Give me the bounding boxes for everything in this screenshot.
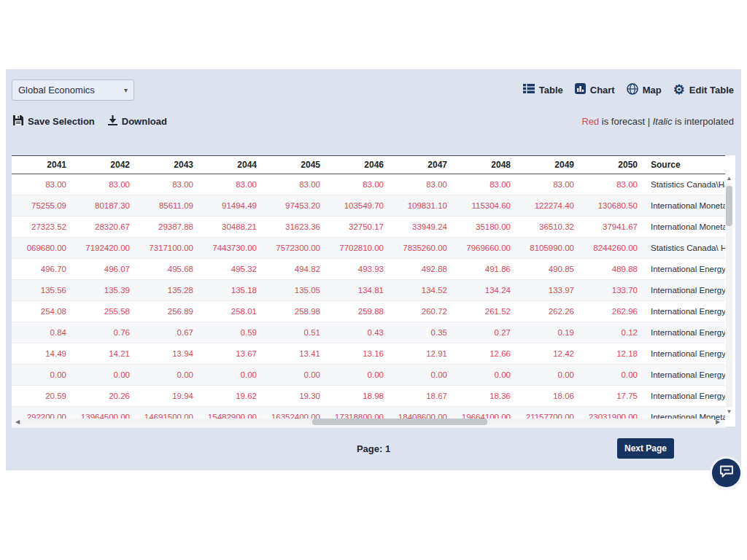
table-cell: 31623.36	[266, 217, 329, 238]
table-row: 135.56135.39135.28135.18135.05134.81134.…	[12, 280, 725, 301]
source-cell: International Energy Agency (OECD)	[646, 386, 725, 407]
table-cell: 83.00	[75, 174, 139, 195]
source-cell: Statistics Canada\ Haver Analytics	[646, 238, 725, 259]
table-cell: 135.39	[75, 280, 139, 301]
globe-icon	[627, 83, 638, 97]
table-cell: 493.93	[329, 259, 392, 280]
column-header: 2047	[392, 156, 456, 174]
table-cell: 0.00	[266, 365, 329, 386]
table-cell: 83.00	[329, 174, 392, 195]
table-row: 254.08255.58256.89258.01258.98259.88260.…	[12, 301, 725, 322]
table-cell: 0.00	[75, 365, 139, 386]
view-chart-button[interactable]: Chart	[575, 83, 615, 96]
horizontal-scroll-thumb[interactable]	[312, 419, 487, 425]
download-button[interactable]: Download	[108, 115, 167, 128]
column-header: 2042	[75, 156, 139, 174]
dataset-dropdown[interactable]: Global Economics ▾	[12, 79, 134, 101]
table-cell: 0.00	[456, 365, 519, 386]
horizontal-scrollbar[interactable]: ◀ ▶	[13, 417, 722, 426]
actions-toolbar: Save Selection Download Red is forecast …	[13, 112, 734, 131]
view-switcher: Table Chart Map ⚙ Edit Table	[523, 83, 734, 97]
gear-icon: ⚙	[673, 83, 685, 96]
table-cell: 83.00	[12, 174, 75, 195]
table-cell: 0.00	[12, 365, 75, 386]
table-row: 20.5920.2619.9419.6219.3018.9818.6718.36…	[12, 386, 725, 407]
column-header: 2044	[202, 156, 266, 174]
top-toolbar: Global Economics ▾ Table Chart Map	[12, 78, 734, 101]
save-selection-button[interactable]: Save Selection	[13, 115, 95, 128]
table-cell: 0.51	[266, 322, 329, 343]
view-table-label: Table	[539, 85, 563, 96]
table-cell: 0.19	[519, 322, 583, 343]
source-cell: International Energy Agency (OECD)	[646, 322, 725, 343]
table-cell: 130680.50	[583, 195, 646, 217]
table-cell: 0.00	[329, 365, 392, 386]
table-cell: 12.18	[583, 343, 646, 365]
view-table-button[interactable]: Table	[523, 84, 563, 96]
table-cell: 28320.67	[75, 217, 139, 238]
forecast-legend: Red is forecast | Italic is interpolated	[581, 116, 734, 127]
scroll-left-arrow[interactable]: ◀	[13, 419, 22, 425]
source-cell: International Monetary Fund\Haver Analyt…	[646, 195, 725, 217]
table-cell: 0.00	[139, 365, 202, 386]
table-cell: 19.62	[202, 386, 266, 407]
table-cell: 85611.09	[139, 195, 202, 217]
table-cell: 490.85	[519, 259, 583, 280]
vertical-scrollbar[interactable]: ▲ ▼	[724, 174, 734, 416]
source-cell: International Energy Agency	[646, 280, 725, 301]
scroll-right-arrow[interactable]: ▶	[713, 419, 722, 425]
table-cell: 495.68	[139, 259, 202, 280]
table-cell: 135.56	[12, 280, 75, 301]
table-cell: 7702810.00	[329, 238, 392, 259]
table-cell: 256.89	[139, 301, 202, 322]
scroll-down-arrow[interactable]: ▼	[727, 408, 732, 416]
table-cell: 17.75	[583, 386, 646, 407]
table-cell: 494.82	[266, 259, 329, 280]
table-cell: 27323.52	[12, 217, 75, 238]
vertical-scroll-thumb[interactable]	[726, 186, 732, 226]
column-header: 2043	[139, 156, 202, 174]
table-cell: 7192420.00	[75, 238, 139, 259]
table-cell: 19.30	[266, 386, 329, 407]
column-header: 2049	[519, 156, 583, 174]
table-cell: 83.00	[392, 174, 456, 195]
next-page-button[interactable]: Next Page	[617, 438, 674, 459]
table-cell: 20.59	[12, 386, 75, 407]
data-panel: Global Economics ▾ Table Chart Map	[6, 69, 741, 470]
column-header: 2046	[329, 156, 392, 174]
table-cell: 13.94	[139, 343, 202, 365]
legend-italic-word: Italic	[653, 116, 673, 127]
download-label: Download	[122, 116, 167, 127]
table-cell: 20.26	[75, 386, 139, 407]
table-row: 496.70496.07495.68495.32494.82493.93492.…	[12, 259, 725, 280]
table-cell: 0.27	[456, 322, 519, 343]
table-row: 0.840.760.670.590.510.430.350.270.190.12…	[12, 322, 725, 343]
horizontal-scroll-track[interactable]	[22, 419, 713, 425]
data-table: 2041204220432044204520462047204820492050…	[12, 155, 725, 428]
vertical-scroll-track[interactable]	[726, 183, 732, 408]
table-cell: 83.00	[139, 174, 202, 195]
save-selection-label: Save Selection	[28, 116, 95, 127]
table-cell: 258.01	[202, 301, 266, 322]
table-cell: 496.70	[12, 259, 75, 280]
source-cell: International Energy Agency	[646, 259, 725, 280]
table-cell: 495.32	[202, 259, 266, 280]
table-cell: 32750.17	[329, 217, 392, 238]
table-cell: 33949.24	[392, 217, 456, 238]
chat-button[interactable]	[712, 459, 740, 487]
table-cell: 35180.00	[456, 217, 519, 238]
column-header: 2050	[583, 156, 646, 174]
table-cell: 91494.49	[202, 195, 266, 217]
table-cell: 12.42	[519, 343, 583, 365]
table-cell: 7835260.00	[392, 238, 456, 259]
table-cell: 0.76	[75, 322, 139, 343]
column-header: Source	[646, 156, 725, 174]
view-map-button[interactable]: Map	[627, 83, 662, 97]
table-cell: 36510.32	[519, 217, 583, 238]
table-cell: 260.72	[392, 301, 456, 322]
table-cell: 29387.88	[139, 217, 202, 238]
view-chart-label: Chart	[590, 85, 615, 96]
table-cell: 14.21	[75, 343, 139, 365]
scroll-up-arrow[interactable]: ▲	[727, 174, 732, 183]
edit-table-button[interactable]: ⚙ Edit Table	[673, 83, 734, 96]
